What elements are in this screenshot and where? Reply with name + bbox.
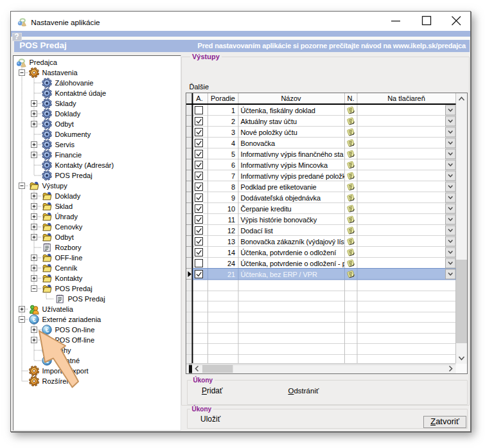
svg-text:Čerpanie kreditu: Čerpanie kreditu	[241, 205, 292, 213]
svg-text:POS Predaj: POS Predaj	[55, 285, 93, 292]
svg-text:Doklady: Doklady	[55, 192, 81, 200]
svg-text:Odbyt: Odbyt	[55, 233, 74, 241]
svg-text:13: 13	[227, 238, 235, 246]
svg-text:Informatívny výpis Mincovka: Informatívny výpis Mincovka	[241, 161, 328, 169]
svg-text:Účtenka, fiskálny doklad: Účtenka, fiskálny doklad	[241, 107, 315, 114]
svg-text:Predajca: Predajca	[30, 58, 58, 66]
svg-text:Sklad: Sklad	[55, 202, 73, 210]
svg-text:9: 9	[231, 194, 235, 202]
svg-text:Kontaktné údaje: Kontaktné údaje	[55, 89, 107, 97]
svg-text:Názov: Názov	[281, 94, 301, 102]
svg-text:2: 2	[231, 118, 235, 125]
svg-text:Užívatelia: Užívatelia	[42, 305, 74, 313]
svg-text:Účtenka, potvrdenie o odložení: Účtenka, potvrdenie o odložení	[241, 249, 337, 256]
svg-text:Financie: Financie	[55, 151, 82, 159]
svg-text:Aktuálny stav účtu: Aktuálny stav účtu	[241, 118, 297, 125]
svg-text:Podklad pre etiketovanie: Podklad pre etiketovanie	[241, 183, 317, 191]
svg-text:Účtenka, bez ERP / VPR: Účtenka, bez ERP / VPR	[241, 271, 317, 278]
svg-text:Cenník: Cenník	[55, 264, 78, 272]
svg-text:Účtenka, potvrdenie o odložení: Účtenka, potvrdenie o odložení - p	[241, 260, 346, 267]
svg-text:12: 12	[227, 227, 235, 235]
svg-text:POS Predaj: POS Predaj	[68, 295, 105, 303]
svg-text:3: 3	[231, 129, 235, 136]
svg-text:Nastavenia: Nastavenia	[42, 69, 78, 76]
svg-text:Dodací list: Dodací list	[241, 227, 273, 235]
svg-text:Dokumenty: Dokumenty	[55, 130, 91, 138]
svg-text:POS Predaj: POS Predaj	[55, 172, 93, 179]
svg-text:11: 11	[228, 216, 235, 224]
svg-text:Kontakty (Adresár): Kontakty (Adresár)	[55, 161, 114, 169]
svg-text:Externé zariadenia: Externé zariadenia	[42, 316, 102, 323]
svg-text:Informatívny výpis finančného: Informatívny výpis finančného sta	[241, 150, 344, 158]
svg-text:4: 4	[231, 139, 235, 147]
svg-text:Sklady: Sklady	[55, 100, 77, 107]
svg-text:14: 14	[227, 249, 235, 256]
svg-text:Výpis histórie bonovačky: Výpis histórie bonovačky	[241, 216, 317, 224]
svg-text:Dodávateľská objednávka: Dodávateľská objednávka	[241, 194, 321, 202]
svg-text:A.: A.	[196, 94, 202, 102]
svg-text:1: 1	[231, 107, 235, 114]
svg-text:Informatívny výpis predané pol: Informatívny výpis predané položk	[241, 172, 346, 180]
svg-text:Zálohovanie: Zálohovanie	[55, 79, 94, 87]
svg-text:N.: N.	[348, 94, 355, 102]
svg-text:Poradie: Poradie	[211, 94, 235, 102]
svg-text:24: 24	[227, 260, 235, 267]
svg-text:Úhrady: Úhrady	[55, 213, 78, 220]
svg-text:6: 6	[231, 161, 235, 169]
svg-text:8: 8	[231, 183, 235, 191]
svg-text:Bonovačka zákazník (výdajový l: Bonovačka zákazník (výdajový lís	[241, 238, 345, 246]
svg-text:Kontakty: Kontakty	[55, 274, 83, 282]
svg-text:Rozbory: Rozbory	[55, 244, 82, 251]
svg-text:10: 10	[227, 205, 235, 213]
svg-text:21: 21	[227, 271, 235, 278]
svg-text:7: 7	[231, 172, 235, 180]
svg-text:Doklady: Doklady	[55, 110, 81, 118]
svg-text:Bonovačka: Bonovačka	[241, 139, 276, 147]
svg-text:OFF-line: OFF-line	[55, 254, 83, 262]
svg-text:Výstupy: Výstupy	[42, 182, 68, 190]
svg-text:Nové položky účtu: Nové položky účtu	[241, 129, 297, 136]
svg-text:Cenovky: Cenovky	[55, 223, 83, 231]
svg-text:5: 5	[231, 150, 235, 158]
svg-text:Na tlačiareň: Na tlačiareň	[387, 94, 425, 102]
svg-text:Odbyt: Odbyt	[55, 120, 74, 128]
svg-text:Servis: Servis	[55, 141, 75, 148]
